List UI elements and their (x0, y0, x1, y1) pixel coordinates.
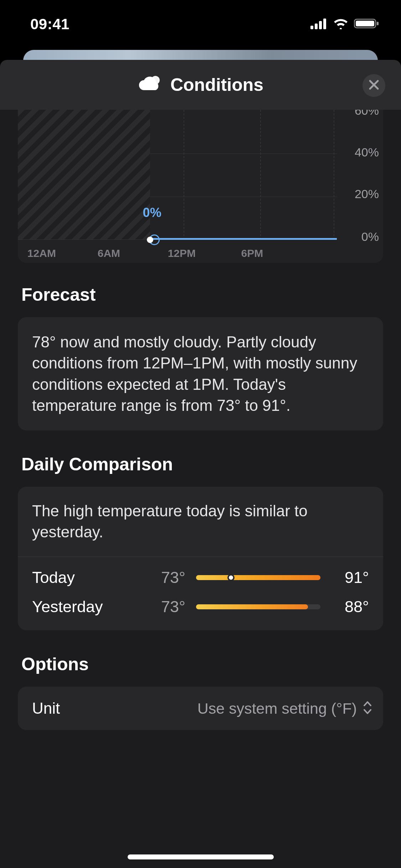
chart-x-axis: 12AM 6AM 12PM 6PM (18, 242, 337, 259)
sheet-header: Conditions (0, 60, 401, 110)
forecast-heading: Forecast (21, 284, 380, 305)
battery-icon (354, 18, 380, 31)
comparison-row-today: Today 73° 91° (32, 568, 369, 587)
comparison-row-label: Today (32, 568, 143, 587)
svg-rect-1 (315, 24, 318, 29)
svg-rect-2 (319, 21, 322, 29)
chart-xlabel: 6AM (98, 247, 120, 259)
home-indicator[interactable] (128, 854, 274, 859)
chart-past-region (18, 110, 150, 239)
chart-y-axis: 0% 20% 40% 60% (338, 110, 379, 240)
comparison-row-label: Yesterday (32, 598, 143, 616)
chart-current-label: 0% (143, 205, 161, 220)
comparison-row-low: 73° (143, 598, 185, 616)
chart-ylabel: 60% (355, 110, 379, 118)
comparison-row-yesterday: Yesterday 73° 88° (32, 598, 369, 616)
sheet-title: Conditions (138, 74, 263, 95)
status-time: 09:41 (30, 16, 70, 33)
sheet-title-text: Conditions (170, 74, 263, 95)
status-bar: 09:41 (0, 0, 401, 48)
current-temp-marker (227, 574, 235, 581)
chart-data-line (150, 238, 337, 240)
chart-ylabel: 0% (361, 230, 379, 244)
comparison-card: The high temperature today is similar to… (18, 487, 383, 631)
chart-ylabel: 40% (355, 145, 379, 159)
close-icon (369, 79, 379, 92)
chart-xlabel: 6PM (241, 247, 263, 259)
unit-value: Use system setting (°F) (197, 700, 357, 717)
wifi-icon (333, 18, 349, 31)
svg-rect-0 (310, 26, 313, 29)
temperature-range-bar (196, 604, 320, 609)
comparison-row-low: 73° (143, 568, 185, 587)
svg-rect-5 (356, 21, 374, 26)
forecast-card: 78° now and mostly cloudy. Partly cloudy… (18, 317, 383, 430)
chevron-up-down-icon (362, 700, 373, 717)
cellular-icon (310, 18, 328, 31)
close-button[interactable] (363, 74, 385, 97)
comparison-row-high: 88° (330, 598, 369, 616)
unit-selector[interactable]: Unit Use system setting (°F) (18, 687, 383, 730)
svg-rect-6 (377, 22, 379, 25)
comparison-heading: Daily Comparison (21, 454, 380, 475)
temperature-range-bar (196, 575, 320, 580)
comparison-rows: Today 73° 91° Yesterday 73° 88° (18, 557, 383, 630)
unit-label: Unit (32, 699, 60, 717)
chart-xlabel: 12PM (168, 247, 196, 259)
chart-xlabel: 12AM (27, 247, 56, 259)
status-icons (310, 18, 380, 31)
chart-ylabel: 20% (355, 187, 379, 201)
sheet-content[interactable]: 0% 0% 20% 40% 60% 12AM 6AM 12PM 6PM Fore… (0, 110, 401, 868)
background-card-peek (23, 50, 378, 61)
forecast-text: 78° now and mostly cloudy. Partly cloudy… (32, 331, 369, 416)
chart-plot-area: 0% (18, 110, 337, 240)
comparison-summary: The high temperature today is similar to… (32, 500, 369, 543)
precipitation-chart: 0% 0% 20% 40% 60% 12AM 6AM 12PM 6PM (18, 110, 383, 263)
svg-rect-3 (323, 19, 326, 29)
comparison-row-high: 91° (330, 568, 369, 587)
cloud-icon (138, 75, 163, 94)
options-heading: Options (21, 654, 380, 675)
